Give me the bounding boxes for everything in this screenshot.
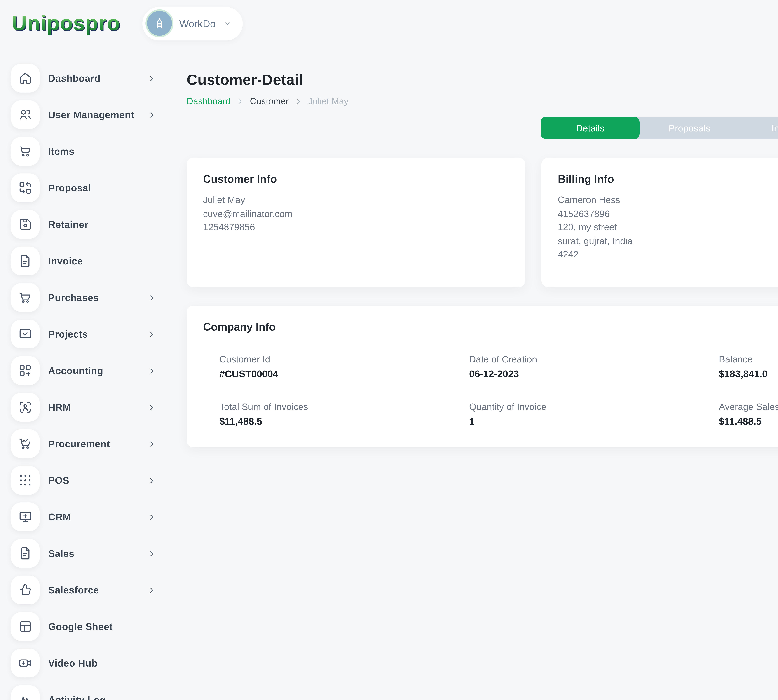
brand-logo: Unipospro [12, 12, 120, 35]
info-cards: Customer Info Juliet Maycuve@mailinator.… [187, 158, 778, 287]
billing-info-card: Billing Info Cameron Hess4152637896120, … [541, 158, 778, 287]
app: Unipospro WorkDo 0 Create Workspace Work… [0, 0, 778, 700]
company-fields: Customer Id #CUST00004 Date of Creation … [203, 354, 778, 427]
sidebar-item[interactable]: CRM [11, 502, 159, 531]
info-line: 1254879856 [203, 221, 509, 235]
sidebar-item-icon [11, 320, 40, 348]
info-line: 4152637896 [558, 207, 778, 221]
card-title: Customer Info [203, 173, 509, 185]
field-label: Date of Creation [469, 354, 719, 365]
chevron-right-icon [148, 477, 155, 484]
building-icon [152, 16, 166, 30]
sidebar-item-label: Purchases [48, 292, 99, 303]
workspace-avatar [147, 11, 172, 36]
tab[interactable]: Proposals [640, 117, 739, 139]
sidebar-item-icon [11, 393, 40, 422]
chevron-right-icon [148, 550, 155, 557]
sidebar-item-icon [11, 502, 40, 531]
sidebar-item-label: Activity Log [48, 694, 106, 700]
company-field: Total Sum of Invoices $11,488.5 [219, 401, 469, 427]
sidebar-item[interactable]: Procurement [11, 429, 159, 458]
chevron-right-icon [148, 74, 155, 82]
sidebar: Dashboard User Management Items Proposal [0, 47, 171, 700]
sidebar-item-label: CRM [48, 512, 71, 522]
field-value: 06-12-2023 [469, 369, 719, 380]
sidebar-item-icon [11, 210, 40, 239]
sidebar-item-icon [11, 100, 40, 129]
sidebar-item[interactable]: Sales [11, 539, 159, 568]
sidebar-item-icon [11, 575, 40, 604]
company-field: Customer Id #CUST00004 [219, 354, 469, 380]
tab[interactable]: Details [541, 117, 640, 139]
sidebar-item-label: POS [48, 475, 69, 486]
sidebar-item-label: Invoice [48, 256, 83, 267]
sidebar-item[interactable]: Projects [11, 320, 159, 348]
sidebar-item[interactable]: Items [11, 137, 159, 166]
chevron-right-icon [295, 98, 302, 105]
sidebar-item[interactable]: POS [11, 466, 159, 495]
chevron-right-icon [148, 586, 155, 594]
field-label: Total Sum of Invoices [219, 401, 469, 412]
sidebar-item-label: Projects [48, 329, 88, 340]
sidebar-item-label: Dashboard [48, 73, 100, 84]
workspace-selector[interactable]: WorkDo [142, 7, 243, 40]
breadcrumb-current: Juliet May [308, 97, 349, 106]
chevron-right-icon [148, 111, 155, 119]
field-label: Average Sales [719, 401, 778, 412]
sidebar-item-label: HRM [48, 402, 71, 413]
info-line: 4242 [558, 248, 778, 262]
sidebar-item[interactable]: Proposal [11, 173, 159, 202]
sidebar-item[interactable]: Google Sheet [11, 612, 159, 641]
chevron-down-icon [224, 19, 232, 28]
field-value: #CUST00004 [219, 369, 469, 380]
sidebar-item-label: Salesforce [48, 585, 99, 595]
company-field: Balance $183,841.0 [719, 354, 778, 380]
sidebar-item[interactable]: Salesforce [11, 575, 159, 604]
sidebar-item[interactable]: Video Hub [11, 649, 159, 677]
breadcrumb-dashboard[interactable]: Dashboard [187, 97, 230, 106]
chevron-right-icon [148, 294, 155, 302]
sidebar-item-label: Accounting [48, 365, 104, 376]
sidebar-item[interactable]: Retainer [11, 210, 159, 239]
sidebar-item-icon [11, 356, 40, 385]
field-value: $183,841.0 [719, 369, 778, 380]
breadcrumb: Dashboard Customer Juliet May [187, 97, 349, 106]
sidebar-item-icon [11, 612, 40, 641]
field-label: Customer Id [219, 354, 469, 365]
sidebar-item[interactable]: User Management [11, 100, 159, 129]
sidebar-item[interactable]: Purchases [11, 283, 159, 312]
field-label: Balance [719, 354, 778, 365]
sidebar-item-icon [11, 247, 40, 275]
page-title: Customer-Detail [187, 72, 349, 89]
sidebar-item[interactable]: HRM [11, 393, 159, 422]
sidebar-item-label: Google Sheet [48, 621, 113, 632]
sidebar-item-icon [11, 137, 40, 166]
sidebar-item-icon [11, 649, 40, 677]
field-value: $11,488.5 [719, 416, 778, 427]
sidebar-item[interactable]: Invoice [11, 247, 159, 275]
info-line: Juliet May [203, 194, 509, 207]
chevron-right-icon [148, 513, 155, 521]
card-title: Company Info [203, 320, 778, 333]
field-label: Quantity of Invoice [469, 401, 719, 412]
sidebar-item[interactable]: Activity Log [11, 685, 159, 700]
sidebar-item-label: Video Hub [48, 658, 98, 668]
info-line: cuve@mailinator.com [203, 207, 509, 221]
info-line: Cameron Hess [558, 194, 778, 207]
chevron-right-icon [148, 330, 155, 338]
sidebar-item-label: Proposal [48, 182, 91, 193]
sidebar-item-icon [11, 64, 40, 93]
sidebar-item-label: Procurement [48, 438, 110, 449]
tab[interactable]: Invoices [739, 117, 778, 139]
card-title: Billing Info [558, 173, 778, 185]
sidebar-item[interactable]: Accounting [11, 356, 159, 385]
chevron-right-icon [148, 367, 155, 375]
sidebar-item-icon [11, 429, 40, 458]
field-value: 1 [469, 416, 719, 427]
sidebar-item-icon [11, 173, 40, 202]
sidebar-item[interactable]: Dashboard [11, 64, 159, 93]
company-field: Date of Creation 06-12-2023 [469, 354, 719, 380]
breadcrumb-customer[interactable]: Customer [250, 97, 289, 106]
info-line: 120, my street [558, 221, 778, 235]
page-header: Customer-Detail Dashboard Customer Julie… [187, 72, 778, 106]
